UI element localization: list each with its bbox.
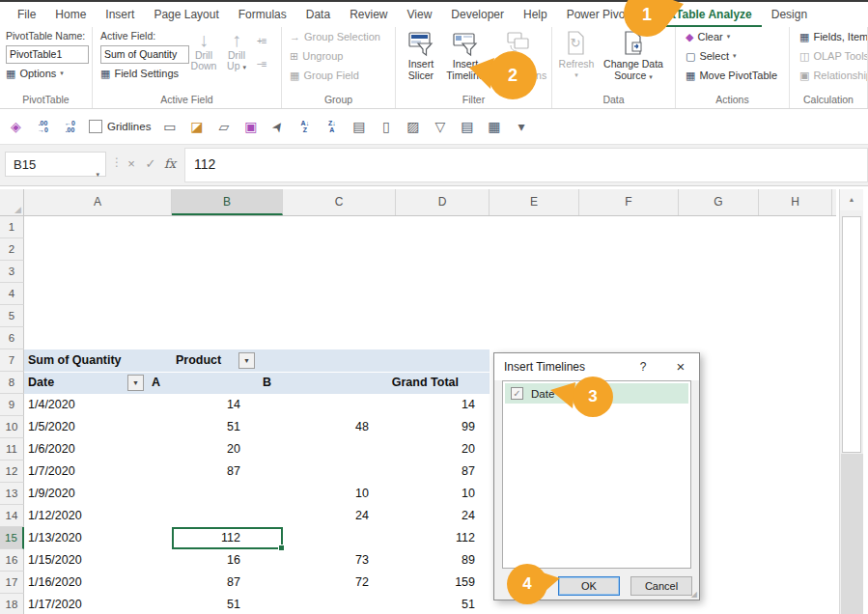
column-header-H[interactable]: H	[759, 189, 832, 215]
row-header-11[interactable]: 11	[0, 438, 24, 460]
decrease-decimal-icon[interactable]: ←0.00	[62, 120, 78, 133]
table-icon[interactable]: ▦	[486, 120, 502, 133]
help-icon[interactable]: ?	[634, 358, 652, 376]
pivot-value-cell-C16[interactable]: 73	[283, 549, 369, 572]
row-header-16[interactable]: 16	[0, 549, 24, 572]
filter-icon[interactable]: ▽	[432, 120, 448, 133]
scrollbar-thumb[interactable]	[842, 216, 861, 453]
vertical-scrollbar[interactable]: ▲	[839, 189, 863, 614]
group-selection-button[interactable]: → Group Selection	[290, 31, 380, 42]
pivot-total-cell-D10[interactable]: 99	[396, 416, 475, 438]
field-settings-button[interactable]: ▦ Field Settings	[100, 68, 179, 79]
sort-ascending-icon[interactable]: A↓Z	[296, 120, 313, 133]
pivot-total-cell-D15[interactable]: 112	[396, 527, 475, 549]
options-button[interactable]: ▦ Options ▾	[6, 68, 64, 79]
enter-entry-icon[interactable]: ✓	[141, 152, 160, 177]
row-header-3[interactable]: 3	[0, 261, 24, 283]
macro-icon[interactable]: ▨	[405, 120, 421, 133]
pivot-total-cell-D9[interactable]: 14	[396, 394, 475, 416]
column-header-F[interactable]: F	[579, 189, 679, 215]
field-checkbox[interactable]: ✓	[511, 387, 523, 400]
row-header-6[interactable]: 6	[0, 327, 24, 349]
formula-input[interactable]: 112	[184, 148, 868, 182]
row-header-15[interactable]: 15	[0, 527, 24, 549]
pivot-date-cell-A15[interactable]: 1/13/2020	[28, 527, 82, 549]
pivot-date-cell-A12[interactable]: 1/7/2020	[28, 460, 75, 483]
collapse-field-button[interactable]: −≡	[257, 60, 266, 70]
scroll-up-icon[interactable]: ▲	[840, 189, 863, 210]
tab-home[interactable]: Home	[45, 2, 96, 27]
select-all-corner[interactable]: ◢	[0, 189, 24, 216]
tab-view[interactable]: View	[398, 2, 442, 27]
book-icon[interactable]: ▤	[350, 120, 367, 133]
group-field-button[interactable]: ▦ Group Field	[290, 70, 359, 81]
pivot-date-cell-A14[interactable]: 1/12/2020	[28, 505, 82, 527]
cancel-button[interactable]: Cancel	[630, 576, 692, 596]
pivot-date-cell-A9[interactable]: 1/4/2020	[28, 394, 75, 416]
new-sheet-icon[interactable]: ▯	[378, 120, 394, 133]
increase-decimal-icon[interactable]: .00→0	[35, 120, 51, 133]
pivot-value-cell-B11[interactable]: 20	[172, 438, 240, 460]
pivot-value-cell-B16[interactable]: 16	[172, 549, 240, 572]
column-header-D[interactable]: D	[396, 189, 490, 215]
insert-slicer-button[interactable]: Insert Slicer	[400, 29, 442, 81]
pivot-date-cell-A18[interactable]: 1/17/2020	[28, 594, 82, 614]
pivottable-name-input[interactable]: PivotTable1	[6, 45, 89, 64]
tab-design[interactable]: Design	[762, 2, 817, 27]
pivot-grand-total-header[interactable]: Grand Total	[372, 372, 459, 394]
row-header-18[interactable]: 18	[0, 594, 24, 614]
tab-insert[interactable]: Insert	[96, 2, 144, 27]
row-header-5[interactable]: 5	[0, 305, 24, 327]
date-filter-dropdown[interactable]: ▼	[127, 375, 144, 391]
move-pivottable-button[interactable]: ▦ Move PivotTable	[686, 70, 777, 81]
pivot-value-cell-B15[interactable]: 112	[172, 527, 240, 549]
active-field-input[interactable]: Sum of Quantity	[100, 45, 189, 64]
row-header-2[interactable]: 2	[0, 238, 24, 261]
gridlines-checkbox[interactable]	[89, 120, 102, 133]
row-header-8[interactable]: 8	[0, 372, 24, 394]
new-window-icon[interactable]: ▭	[161, 120, 178, 133]
expand-field-button[interactable]: +≡	[257, 37, 266, 46]
pivot-value-cell-B17[interactable]: 87	[172, 572, 240, 594]
row-header-14[interactable]: 14	[0, 505, 24, 527]
pivot-value-cell-B10[interactable]: 51	[172, 416, 240, 438]
scrollbar-track[interactable]	[841, 454, 863, 614]
pivot-total-cell-D14[interactable]: 24	[396, 505, 475, 527]
pivot-value-cell-C14[interactable]: 24	[283, 505, 369, 527]
olap-tools-button[interactable]: ◫ OLAP Tools ▾	[799, 50, 868, 62]
pivot-value-cell-C13[interactable]: 10	[283, 483, 369, 505]
tab-file[interactable]: File	[8, 2, 45, 27]
row-header-10[interactable]: 10	[0, 416, 24, 438]
sort-descending-icon[interactable]: Z↓A	[323, 120, 340, 133]
tab-review[interactable]: Review	[340, 2, 397, 27]
row-header-1[interactable]: 1	[0, 216, 24, 238]
select-button[interactable]: ▢ Select ▾	[686, 50, 737, 62]
pivot-total-cell-D16[interactable]: 89	[396, 549, 475, 572]
cancel-entry-icon[interactable]: ×	[122, 152, 141, 177]
column-header-G[interactable]: G	[679, 189, 759, 215]
drill-down-button[interactable]: ↓ Drill Down	[187, 29, 220, 71]
pivot-row-field-cell[interactable]: Date	[28, 372, 54, 394]
column-header-B[interactable]: B	[172, 189, 283, 215]
row-header-9[interactable]: 9	[0, 394, 24, 416]
drill-up-button[interactable]: ↑ Drill Up ▾	[220, 29, 253, 72]
tab-developer[interactable]: Developer	[441, 2, 514, 27]
pivot-col-header-b[interactable]: B	[263, 372, 271, 394]
row-header-17[interactable]: 17	[0, 572, 24, 594]
product-filter-dropdown[interactable]: ▼	[238, 352, 255, 369]
pivot-total-cell-D17[interactable]: 159	[396, 572, 475, 594]
pivot-value-cell-C17[interactable]: 72	[283, 572, 369, 594]
column-header-A[interactable]: A	[24, 189, 172, 215]
sheet-grid[interactable]: Sum of Quantity Product ▼ Date ▼ A B Gra…	[0, 216, 836, 614]
column-header-C[interactable]: C	[283, 189, 396, 215]
ungroup-button[interactable]: ⊞ Ungroup	[290, 50, 343, 62]
pivot-date-cell-A10[interactable]: 1/5/2020	[28, 416, 75, 438]
pivot-date-cell-A13[interactable]: 1/9/2020	[28, 483, 75, 505]
insert-function-icon[interactable]: fx	[160, 152, 180, 177]
close-icon[interactable]: ×	[670, 357, 691, 377]
fields-items-sets-button[interactable]: ▦ Fields, Items, &	[799, 31, 868, 42]
format-painter-icon[interactable]: ◪	[188, 120, 205, 133]
relationships-button[interactable]: ▣ Relationships	[799, 70, 868, 81]
tab-formulas[interactable]: Formulas	[229, 2, 296, 27]
tab-page-layout[interactable]: Page Layout	[144, 2, 228, 27]
